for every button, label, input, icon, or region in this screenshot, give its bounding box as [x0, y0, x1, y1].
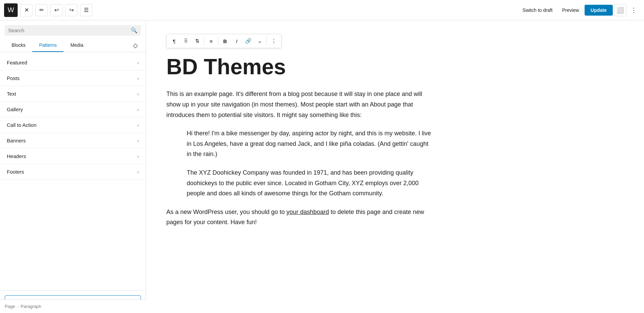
chevron-right-icon: ›: [137, 154, 139, 159]
layout-icon-button[interactable]: ⬜: [614, 4, 626, 16]
top-toolbar: W ✕ ✏ ↩ ↪ ☰ Switch to draft Preview Upda…: [0, 0, 644, 20]
toolbar-divider: [218, 37, 218, 45]
editor-area[interactable]: ¶ ⠿ ⇅ ≡ B I 🔗 ⌄ ⋮ BD Themes This is an e…: [146, 20, 644, 313]
chevron-right-icon: ›: [137, 169, 139, 175]
pen-icon-button[interactable]: ✏: [35, 4, 48, 16]
align-icon-button[interactable]: ≡: [206, 36, 217, 46]
sidebar-item-posts[interactable]: Posts ›: [0, 71, 146, 86]
update-button[interactable]: Update: [585, 5, 613, 16]
more-options-button[interactable]: ⋮: [628, 4, 640, 16]
sidebar-item-featured[interactable]: Featured ›: [0, 55, 146, 71]
chevron-right-icon: ›: [137, 91, 139, 97]
italic-button[interactable]: I: [231, 36, 242, 46]
move-arrows-button[interactable]: ⇅: [192, 36, 203, 46]
redo-button[interactable]: ↪: [65, 4, 77, 16]
topbar-right-actions: Switch to draft Preview Update ⬜ ⋮: [518, 4, 640, 16]
sidebar-tabs: Blocks Patterns Media ◇: [0, 39, 146, 52]
breadcrumb-page[interactable]: Page: [5, 304, 15, 309]
link-button[interactable]: 🔗: [243, 36, 254, 46]
sidebar-item-banners[interactable]: Banners ›: [0, 133, 146, 149]
chevron-right-icon: ›: [137, 76, 139, 81]
bold-button[interactable]: B: [220, 36, 231, 46]
search-area: 🔍: [0, 20, 146, 39]
preview-button[interactable]: Preview: [558, 5, 583, 15]
chevron-right-icon: ›: [137, 138, 139, 143]
diamond-icon-button[interactable]: ◇: [130, 40, 141, 51]
sidebar-item-headers[interactable]: Headers ›: [0, 149, 146, 164]
main-layout: 🔍 Blocks Patterns Media ◇ Featured › Pos…: [0, 20, 644, 313]
sidebar: 🔍 Blocks Patterns Media ◇ Featured › Pos…: [0, 20, 146, 313]
toolbar-divider: [266, 37, 267, 45]
closing-paragraph: As a new WordPress user, you should go t…: [166, 207, 431, 228]
chevron-right-icon: ›: [137, 122, 139, 128]
block-more-options-button[interactable]: ⋮: [268, 36, 279, 46]
tab-patterns[interactable]: Patterns: [32, 39, 63, 52]
search-wrapper: 🔍: [5, 25, 141, 36]
blockquote-2-text: The XYZ Doohickey Company was founded in…: [187, 168, 431, 199]
tab-media[interactable]: Media: [63, 39, 90, 52]
sidebar-item-call-to-action[interactable]: Call to Action ›: [0, 117, 146, 133]
tab-blocks[interactable]: Blocks: [5, 39, 32, 52]
search-icon[interactable]: 🔍: [131, 27, 137, 34]
switch-to-draft-button[interactable]: Switch to draft: [518, 5, 557, 15]
breadcrumb-bar: Page › Paragraph: [0, 299, 146, 313]
blockquote-1-text: Hi there! I'm a bike messenger by day, a…: [187, 128, 431, 159]
blockquote-2: The XYZ Doohickey Company was founded in…: [166, 168, 431, 199]
chevron-right-icon: ›: [137, 107, 139, 112]
breadcrumb-separator: ›: [17, 304, 18, 309]
sidebar-item-footers[interactable]: Footers ›: [0, 164, 146, 180]
intro-paragraph: This is an example page. It's different …: [166, 89, 431, 120]
menu-button[interactable]: ☰: [80, 4, 92, 16]
paragraph-icon-button[interactable]: ¶: [169, 36, 180, 46]
blockquote-1: Hi there! I'm a bike messenger by day, a…: [166, 128, 431, 159]
close-button[interactable]: ✕: [20, 4, 33, 16]
sidebar-item-text[interactable]: Text ›: [0, 86, 146, 102]
drag-handle-button[interactable]: ⠿: [180, 36, 191, 46]
wp-logo-icon[interactable]: W: [4, 3, 18, 17]
format-dropdown-button[interactable]: ⌄: [254, 36, 265, 46]
undo-button[interactable]: ↩: [50, 4, 62, 16]
chevron-right-icon: ›: [137, 60, 139, 65]
sidebar-item-gallery[interactable]: Gallery ›: [0, 102, 146, 117]
dashboard-link[interactable]: your dashboard: [287, 209, 329, 215]
toolbar-divider: [204, 37, 204, 45]
search-input[interactable]: [8, 27, 128, 33]
sidebar-patterns-list: Featured › Posts › Text › Gallery › Call…: [0, 52, 146, 290]
page-title: BD Themes: [166, 55, 624, 79]
closing-para-before: As a new WordPress user, you should go t…: [166, 209, 287, 215]
block-toolbar: ¶ ⠿ ⇅ ≡ B I 🔗 ⌄ ⋮: [166, 34, 281, 48]
breadcrumb-paragraph[interactable]: Paragraph: [21, 304, 41, 309]
